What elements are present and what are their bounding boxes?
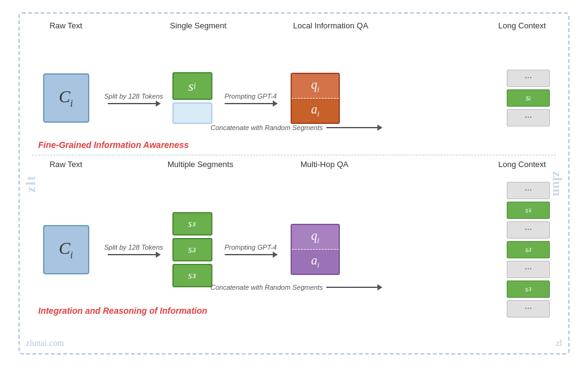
top-si-box: si	[172, 72, 212, 100]
top-long-context-label: Long Context	[488, 21, 556, 30]
bottom-ai: ai	[292, 250, 339, 274]
top-concat-label: Concatenate with Random Segments	[211, 124, 323, 131]
top-long-context-col: ··· si ···	[501, 70, 556, 126]
top-prompting-label: Prompting GPT-4	[225, 92, 277, 100]
main-container: zlt zlun zlunai.com zl Raw Text Single S…	[18, 12, 570, 355]
top-qa-col: qi ai	[284, 73, 346, 124]
top-raw-text-label: Raw Text	[32, 21, 100, 30]
bottom-ctx-dots1: ···	[507, 182, 550, 199]
top-qi: qi	[292, 74, 339, 99]
bottom-raw-text-label: Raw Text	[32, 160, 100, 169]
bottom-s2-box: s2i	[172, 238, 212, 261]
top-qa-box: qi ai	[291, 73, 340, 124]
bottom-prompting-label: Prompting GPT-4	[225, 244, 277, 251]
bottom-ctx-s1: s1i	[507, 202, 550, 219]
top-section: Raw Text Single Segment Local Informatio…	[32, 20, 556, 155]
bottom-ci-box: Ci	[43, 225, 89, 274]
bottom-section-label: Integration and Reasoning of Information	[38, 306, 207, 316]
bottom-qa-box: qi ai	[291, 224, 340, 275]
top-ci-symbol: Ci	[58, 87, 73, 109]
bottom-ctx-dots3: ···	[507, 261, 550, 278]
bottom-split-arrow: Split by 128 Tokens	[100, 244, 167, 255]
bottom-ctx-dots4: ···	[507, 300, 550, 318]
bottom-split-label: Split by 128 Tokens	[104, 244, 163, 251]
bottom-s1-box: s1i	[172, 212, 212, 236]
top-single-segment-label: Single Segment	[167, 21, 229, 30]
bottom-section: Raw Text Multiple Segments Multi-Hop QA …	[32, 158, 556, 319]
bottom-concat-label: Concatenate with Random Segments	[211, 284, 323, 291]
bottom-ci-symbol: Ci	[58, 239, 73, 261]
bottom-prompting-arrow: Prompting GPT-4	[217, 244, 284, 255]
top-ctx-dots1: ···	[507, 70, 550, 87]
bottom-multi-seg-label: Multiple Segments	[167, 160, 232, 169]
top-ci-box: Ci	[43, 73, 89, 123]
top-segment-shadow	[172, 102, 212, 124]
bottom-concat-row: Concatenate with Random Segments	[211, 284, 382, 291]
top-ctx-si: si	[507, 89, 550, 107]
top-split-arrow: Split by 128 Tokens	[100, 92, 167, 104]
bottom-ctx-s2: s2i	[507, 241, 550, 258]
top-split-label: Split by 128 Tokens	[104, 92, 163, 100]
top-concat-arrow	[326, 127, 382, 128]
top-section-label: Fine-Grained Information Awareness	[38, 140, 189, 150]
bottom-multi-seg-col: s1i s2i s3i	[167, 212, 217, 287]
bottom-qi: qi	[292, 225, 339, 250]
top-ctx-dots2: ···	[507, 109, 550, 126]
bottom-multihop-label: Multi-Hop QA	[291, 160, 358, 169]
top-concat-row: Concatenate with Random Segments	[211, 124, 382, 131]
bottom-qa-col: qi ai	[284, 224, 346, 275]
bottom-ctx-s3: s3i	[507, 281, 550, 298]
bottom-concat-arrow	[326, 287, 382, 288]
watermark-bottom-right: zl	[556, 338, 562, 348]
bottom-ci-container: Ci	[32, 225, 100, 274]
bottom-s3-box: s3i	[172, 264, 212, 287]
bottom-ctx-dots2: ···	[507, 221, 550, 239]
watermark-bottom-left: zlunai.com	[26, 338, 64, 348]
bottom-long-context-label: Long Context	[488, 160, 556, 169]
bottom-long-context-col: ··· s1i ··· s2i ··· s3i ···	[501, 182, 556, 318]
top-prompting-arrow: Prompting GPT-4	[217, 92, 284, 104]
top-ai: ai	[292, 99, 339, 123]
top-segment-col: si	[167, 72, 217, 124]
top-local-qa-label: Local Information QA	[291, 21, 371, 30]
top-ci-container: Ci	[32, 73, 100, 123]
